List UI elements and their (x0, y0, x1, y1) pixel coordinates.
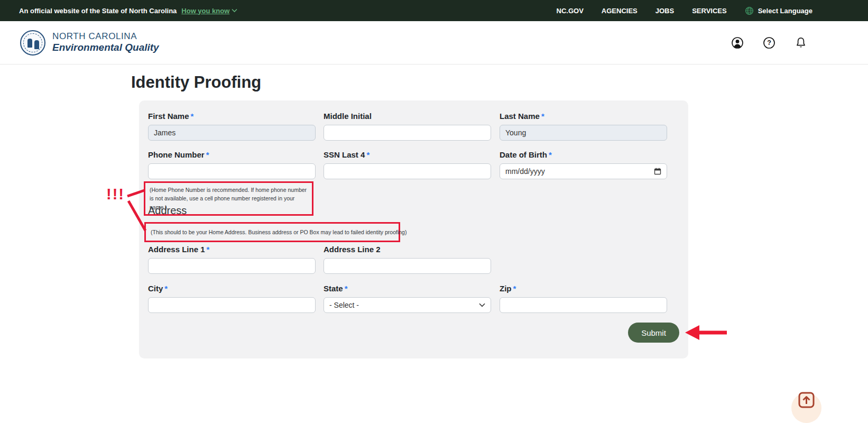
address-line2-input[interactable] (324, 258, 491, 274)
nav-link-jobs[interactable]: JOBS (655, 7, 674, 15)
address-line1-label: Address Line 1* (148, 245, 316, 254)
nav-link-services[interactable]: SERVICES (692, 7, 727, 15)
first-name-label: First Name* (148, 112, 316, 121)
date-placeholder: mm/dd/yyyy (505, 167, 545, 176)
address-line2-field: Address Line 2 (324, 245, 491, 274)
middle-initial-input[interactable] (324, 125, 491, 141)
page: An official website of the State of Nort… (0, 0, 868, 423)
nc-state-seal-logo (20, 30, 45, 56)
state-field: State* - Select - (324, 284, 491, 313)
state-selected-value: - Select - (329, 301, 359, 309)
gov-bar: An official website of the State of Nort… (0, 0, 868, 21)
required-asterisk: * (207, 245, 210, 254)
last-name-field: Last Name* (500, 112, 667, 141)
address-line1-field: Address Line 1* (148, 245, 316, 274)
ssn-last4-field: SSN Last 4* (324, 150, 491, 179)
agency-name-line2: Environmental Quality (52, 42, 159, 53)
zip-input[interactable] (500, 297, 667, 313)
ssn-last4-label: SSN Last 4* (324, 150, 491, 159)
zip-field: Zip* (500, 284, 667, 313)
city-field: City* (148, 284, 316, 313)
required-asterisk: * (513, 284, 516, 293)
select-language-label: Select Language (758, 7, 812, 15)
calendar-icon (654, 168, 661, 175)
notifications-bell-icon[interactable] (795, 36, 807, 49)
state-label: State* (324, 284, 491, 293)
last-name-label: Last Name* (500, 112, 667, 121)
address-line1-input[interactable] (148, 258, 316, 274)
nav-link-ncgov[interactable]: NC.GOV (557, 7, 584, 15)
city-label: City* (148, 284, 316, 293)
exclamation-annotation: !!! (106, 186, 125, 203)
date-of-birth-input[interactable]: mm/dd/yyyy (500, 163, 667, 179)
date-of-birth-label: Date of Birth* (500, 150, 667, 159)
chevron-down-icon (232, 8, 237, 13)
agency-name-line1: NORTH CAROLINA (52, 32, 159, 42)
last-name-input[interactable] (500, 125, 667, 141)
address-line2-label: Address Line 2 (324, 245, 491, 254)
middle-initial-field: Middle Initial (324, 112, 491, 141)
page-title: Identity Proofing (131, 73, 261, 92)
first-name-field: First Name* (148, 112, 316, 141)
scroll-to-top-button[interactable] (791, 393, 821, 423)
globe-icon (745, 6, 754, 15)
help-icon[interactable]: ? (763, 36, 775, 49)
official-website-text: An official website of the State of Nort… (19, 7, 177, 15)
agency-name: NORTH CAROLINA Environmental Quality (52, 32, 159, 53)
chevron-down-icon (479, 303, 485, 307)
phone-number-field: Phone Number* (148, 150, 316, 179)
select-language-button[interactable]: Select Language (745, 6, 812, 15)
how-you-know-link[interactable]: How you know (181, 7, 237, 15)
required-asterisk: * (549, 150, 552, 159)
first-name-input[interactable] (148, 125, 316, 141)
state-select[interactable]: - Select - (324, 297, 491, 313)
city-input[interactable] (148, 297, 316, 313)
required-asterisk: * (164, 284, 168, 293)
required-asterisk: * (206, 150, 209, 159)
nav-link-agencies[interactable]: AGENCIES (602, 7, 638, 15)
middle-initial-label: Middle Initial (324, 112, 491, 121)
zip-label: Zip* (500, 284, 667, 293)
scroll-to-top-icon (798, 392, 815, 408)
svg-text:?: ? (767, 39, 771, 47)
phone-number-label: Phone Number* (148, 150, 316, 159)
required-asterisk: * (541, 112, 544, 121)
phone-number-input[interactable] (148, 163, 316, 179)
account-icon[interactable] (731, 36, 744, 49)
site-header: NORTH CAROLINA Environmental Quality ? (0, 21, 868, 65)
phone-note-annotation: (Home Phone Number is recommended. If ho… (144, 181, 313, 216)
required-asterisk: * (366, 150, 370, 159)
ssn-last4-input[interactable] (324, 163, 491, 179)
address-note-annotation: (This should to be your Home Address. Bu… (144, 222, 400, 242)
date-of-birth-field: Date of Birth* mm/dd/yyyy (500, 150, 667, 179)
required-asterisk: * (191, 112, 194, 121)
how-you-know-label: How you know (181, 7, 229, 15)
submit-arrow-tail (698, 331, 727, 335)
submit-button[interactable]: Submit (628, 323, 679, 343)
required-asterisk: * (345, 284, 348, 293)
